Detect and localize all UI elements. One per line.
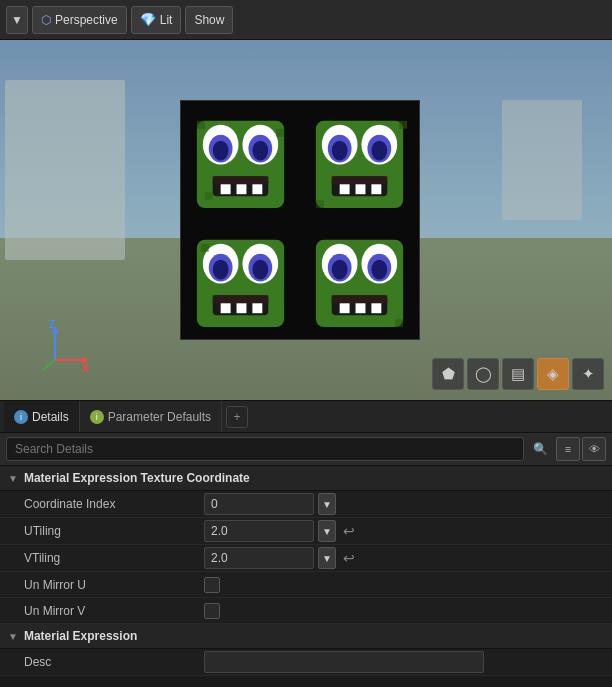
un-mirror-u-checkbox[interactable] xyxy=(204,577,220,593)
search-input[interactable] xyxy=(6,437,524,461)
axes-indicator: Z X xyxy=(35,320,90,375)
view-mode-btn-2[interactable]: ◯ xyxy=(467,358,499,390)
building-left xyxy=(5,80,125,260)
svg-rect-28 xyxy=(371,184,381,194)
section-collapse-icon: ▼ xyxy=(8,473,18,484)
viewport-toolbar: ▼ ⬡ Perspective 💎 Lit Show xyxy=(0,0,612,40)
utiling-value: ▼ ↩ xyxy=(200,518,612,544)
utiling-spin[interactable]: ▼ xyxy=(318,520,336,542)
search-icon: 🔍 xyxy=(533,442,548,456)
material-expression-collapse-icon: ▼ xyxy=(8,631,18,642)
svg-point-52 xyxy=(371,260,387,280)
view-mode-btn-4[interactable]: ◈ xyxy=(537,358,569,390)
svg-point-6 xyxy=(213,141,229,161)
frog-face-tr xyxy=(300,101,419,220)
building-right xyxy=(502,100,582,220)
list-icon: ≡ xyxy=(565,443,571,455)
un-mirror-u-row: Un Mirror U xyxy=(0,572,612,598)
param-defaults-tab-icon: i xyxy=(90,410,104,424)
details-tab-label: Details xyxy=(32,410,69,424)
coordinate-index-row: Coordinate Index ▼ xyxy=(0,491,612,518)
texture-coordinate-section-label: Material Expression Texture Coordinate xyxy=(24,471,250,485)
tex-cell-bl xyxy=(181,220,300,339)
tex-cell-br xyxy=(300,220,419,339)
tex-cell-tr xyxy=(300,101,419,220)
svg-rect-25 xyxy=(332,176,388,184)
un-mirror-u-value xyxy=(200,575,612,595)
perspective-label: Perspective xyxy=(55,13,118,27)
view-mode-5-icon: ✦ xyxy=(582,365,595,383)
svg-line-65 xyxy=(43,360,55,370)
view-mode-3-icon: ▤ xyxy=(511,365,525,383)
svg-rect-29 xyxy=(399,121,407,129)
viewport-dropdown-btn[interactable]: ▼ xyxy=(6,6,28,34)
tab-param-defaults[interactable]: i Parameter Defaults xyxy=(80,401,222,432)
show-btn[interactable]: Show xyxy=(185,6,233,34)
svg-rect-58 xyxy=(395,319,403,327)
texture-preview xyxy=(180,100,420,340)
add-tab-btn[interactable]: + xyxy=(226,406,248,428)
utiling-row: UTiling ▼ ↩ xyxy=(0,518,612,545)
dropdown-arrow-icon: ▼ xyxy=(11,13,23,27)
tab-bar: i Details i Parameter Defaults + xyxy=(0,401,612,433)
vtiling-spin[interactable]: ▼ xyxy=(318,547,336,569)
svg-rect-43 xyxy=(252,303,262,313)
view-mode-btn-3[interactable]: ▤ xyxy=(502,358,534,390)
frog-face-br xyxy=(300,220,419,339)
view-mode-2-icon: ◯ xyxy=(475,365,492,383)
svg-rect-15 xyxy=(205,192,213,200)
view-modes-panel: ⬟ ◯ ▤ ◈ ✦ xyxy=(432,358,604,390)
svg-text:Z: Z xyxy=(49,320,55,330)
svg-point-38 xyxy=(252,260,268,280)
view-mode-btn-5[interactable]: ✦ xyxy=(572,358,604,390)
utiling-reset-btn[interactable]: ↩ xyxy=(340,522,358,540)
svg-rect-26 xyxy=(340,184,350,194)
material-expression-section-header[interactable]: ▼ Material Expression xyxy=(0,624,612,649)
svg-point-23 xyxy=(371,141,387,161)
vtiling-input[interactable] xyxy=(204,547,314,569)
vtiling-label: VTiling xyxy=(0,547,200,569)
viewport[interactable]: Z X ⬟ ◯ ▤ ◈ ✦ xyxy=(0,40,612,400)
svg-point-37 xyxy=(213,260,229,280)
add-tab-icon: + xyxy=(234,410,241,424)
svg-rect-13 xyxy=(197,121,205,129)
coordinate-index-input[interactable] xyxy=(204,493,314,515)
perspective-btn[interactable]: ⬡ Perspective xyxy=(32,6,127,34)
un-mirror-u-label: Un Mirror U xyxy=(0,574,200,596)
lit-icon: 💎 xyxy=(140,12,156,27)
desc-input[interactable] xyxy=(204,651,484,673)
svg-rect-30 xyxy=(316,200,324,208)
un-mirror-v-label: Un Mirror V xyxy=(0,600,200,622)
un-mirror-v-row: Un Mirror V xyxy=(0,598,612,624)
texture-coordinate-section-header[interactable]: ▼ Material Expression Texture Coordinate xyxy=(0,466,612,491)
lit-btn[interactable]: 💎 Lit xyxy=(131,6,182,34)
eye-view-btn[interactable]: 👁 xyxy=(582,437,606,461)
desc-row: Desc xyxy=(0,649,612,676)
desc-label: Desc xyxy=(0,651,200,673)
svg-rect-55 xyxy=(340,303,350,313)
svg-rect-42 xyxy=(237,303,247,313)
details-panel: i Details i Parameter Defaults + 🔍 ≡ 👁 xyxy=(0,400,612,676)
view-mode-4-icon: ◈ xyxy=(547,365,559,383)
svg-rect-57 xyxy=(371,303,381,313)
coordinate-index-spin[interactable]: ▼ xyxy=(318,493,336,515)
utiling-input[interactable] xyxy=(204,520,314,542)
svg-rect-44 xyxy=(201,244,209,252)
vtiling-reset-btn[interactable]: ↩ xyxy=(340,549,358,567)
search-icon-btn[interactable]: 🔍 xyxy=(528,437,552,461)
utiling-label: UTiling xyxy=(0,520,200,542)
view-mode-btn-1[interactable]: ⬟ xyxy=(432,358,464,390)
search-bar: 🔍 ≡ 👁 xyxy=(0,433,612,466)
svg-rect-12 xyxy=(252,184,262,194)
coordinate-index-value: ▼ xyxy=(200,491,612,517)
svg-rect-27 xyxy=(356,184,366,194)
view-icons: ≡ 👁 xyxy=(556,437,606,461)
coordinate-index-label: Coordinate Index xyxy=(0,493,200,515)
svg-rect-11 xyxy=(237,184,247,194)
list-view-btn[interactable]: ≡ xyxy=(556,437,580,461)
un-mirror-v-checkbox[interactable] xyxy=(204,603,220,619)
tex-cell-tl xyxy=(181,101,300,220)
svg-point-22 xyxy=(332,141,348,161)
tab-details[interactable]: i Details xyxy=(4,401,80,432)
svg-rect-41 xyxy=(221,303,231,313)
